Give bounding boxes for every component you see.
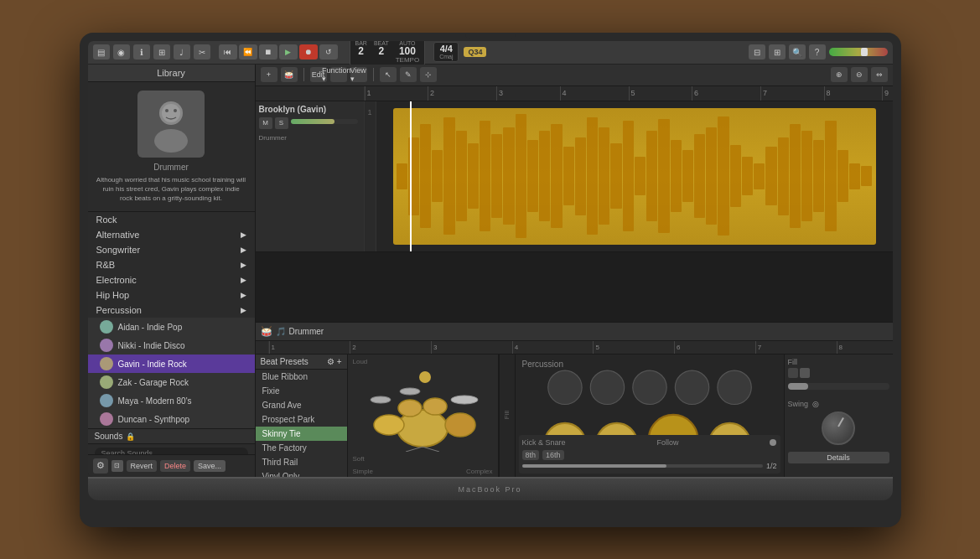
bar-value: 2 — [358, 46, 364, 56]
preset-third-rail[interactable]: Third Rail — [256, 455, 347, 469]
genre-rock[interactable]: Rock — [88, 212, 255, 227]
simple-complex-labels: Simple Complex — [348, 466, 498, 477]
drummer-duncan[interactable]: Duncan - Synthpop — [88, 410, 255, 428]
mute-btn[interactable]: M — [259, 117, 272, 129]
swing-knob[interactable] — [822, 411, 855, 445]
track-type-btn[interactable]: 🥁 — [281, 67, 298, 82]
fill-btn-1[interactable] — [788, 368, 798, 378]
grid-btn[interactable]: ⊞ — [153, 44, 170, 60]
compare-btn[interactable]: ⊡ — [111, 460, 123, 472]
signature-display[interactable]: 4/4 Cmaj — [433, 42, 459, 62]
smart-help-btn[interactable]: ? — [809, 44, 826, 60]
metronome-btn[interactable]: ♩ — [174, 44, 190, 60]
preset-skinny-tie[interactable]: Skinny Tie — [256, 427, 347, 441]
waveform-bar — [575, 137, 586, 215]
track-type-label: Drummer — [259, 134, 360, 142]
genre-songwriter[interactable]: Songwriter ▶ — [88, 242, 255, 257]
search-btn[interactable]: 🔍 — [789, 44, 806, 60]
save-btn[interactable]: Save... — [194, 460, 226, 472]
waveform-region[interactable] — [393, 108, 876, 245]
genre-percussion[interactable]: Percussion ▶ — [88, 303, 255, 318]
stop-btn[interactable]: ⏹ — [259, 44, 277, 60]
drummer-duncan-label: Duncan - Synthpop — [118, 415, 190, 424]
volume-fill — [291, 119, 334, 124]
view-btn[interactable]: View ▾ — [350, 67, 367, 82]
library-btn[interactable]: ▤ — [93, 44, 110, 60]
svg-point-1 — [154, 129, 188, 153]
genre-rnb[interactable]: R&B ▶ — [88, 257, 255, 272]
scissors-btn[interactable]: ✂ — [194, 44, 210, 60]
record-btn[interactable]: ⏺ — [299, 44, 318, 60]
play-btn[interactable]: ▶ — [279, 44, 298, 60]
track-name: Brooklyn (Gavin) — [259, 105, 360, 114]
complete-label: Fill — [503, 411, 511, 419]
preset-grand-ave[interactable]: Grand Ave — [256, 398, 347, 412]
arrow-icon: ▶ — [241, 246, 246, 254]
swing-label: Swing — [788, 400, 809, 408]
preset-the-factory[interactable]: The Factory — [256, 441, 347, 455]
drummer-zak[interactable]: Zak - Garage Rock — [88, 373, 255, 391]
gear-btn[interactable]: ⚙ — [93, 458, 108, 474]
drummer-nikki[interactable]: Nikki - Indie Disco — [88, 336, 255, 355]
drummer-aidan[interactable]: Aidan - Indie Pop — [88, 318, 255, 336]
volume-thumb — [861, 48, 868, 56]
solo-btn[interactable]: S — [275, 117, 288, 129]
beat-presets-header: Beat Presets ⚙ + — [256, 355, 347, 370]
drummer-nikki-label: Nikki - Indie Disco — [118, 341, 185, 350]
sounds-label: Sounds — [95, 432, 123, 441]
beat-presets-add-btn[interactable]: + — [337, 357, 342, 366]
add-track-btn[interactable]: + — [261, 67, 277, 82]
drummer-bio-text: Although worried that his music school t… — [96, 175, 246, 204]
genre-hiphop[interactable]: Hip Hop ▶ — [88, 287, 255, 303]
svg-line-13 — [406, 447, 423, 452]
genre-electronic[interactable]: Electronic ▶ — [88, 272, 255, 287]
zoom-out-btn[interactable]: ⊖ — [851, 67, 868, 82]
master-volume-slider[interactable] — [829, 48, 888, 56]
playhead — [410, 101, 412, 251]
rewind-btn[interactable]: ⏮ — [219, 44, 237, 60]
zoom-in-btn[interactable]: ⊕ — [831, 67, 848, 82]
pencil-tool-btn[interactable]: ✎ — [400, 67, 417, 82]
laptop-frame: ▤ ◉ ℹ ⊞ ♩ ✂ ⏮ ⏪ ⏹ ▶ ⏺ ↺ BAR 2 BEAT — [80, 33, 901, 527]
waveform-bar — [754, 163, 765, 189]
drummer-editor-ruler: 1 2 3 4 5 6 7 8 — [256, 341, 893, 355]
track-volume-slider[interactable] — [291, 119, 358, 124]
svg-point-6 — [374, 415, 404, 435]
piano-roll-btn[interactable]: ⊞ — [769, 44, 786, 60]
mixer-btn[interactable]: ⊟ — [749, 44, 765, 60]
delete-btn[interactable]: Delete — [160, 460, 190, 472]
details-btn[interactable]: Details — [788, 452, 889, 463]
svg-point-3 — [165, 109, 169, 112]
functions-btn[interactable]: Functions ▾ — [330, 67, 347, 82]
drummer-maya[interactable]: Maya - Modern 80's — [88, 391, 255, 410]
preset-prospect-park[interactable]: Prospect Park — [256, 412, 347, 427]
fit-btn[interactable]: ⇔ — [871, 67, 888, 82]
preset-fixie[interactable]: Fixie — [256, 384, 347, 398]
beat-presets-settings-btn[interactable]: ⚙ — [327, 357, 334, 366]
sounds-search-input[interactable] — [95, 448, 248, 453]
drummer-gavin[interactable]: Gavin - Indie Rock — [88, 355, 255, 373]
svg-point-12 — [400, 388, 420, 395]
revert-btn[interactable]: Revert — [127, 460, 158, 472]
marquee-tool-btn[interactable]: ⊹ — [420, 67, 437, 82]
sixteenth-note-btn[interactable]: 16th — [542, 450, 564, 460]
eighth-note-btn[interactable]: 8th — [522, 450, 540, 460]
half-slider[interactable] — [522, 464, 763, 468]
settings-btn[interactable]: ◉ — [113, 44, 130, 60]
beat-presets-panel: Beat Presets ⚙ + Blue Ribbon Fixie Grand… — [256, 355, 348, 477]
genre-alternative[interactable]: Alternative ▶ — [88, 227, 255, 242]
preset-blue-ribbon[interactable]: Blue Ribbon — [256, 370, 347, 384]
kit-dot-1[interactable] — [419, 371, 431, 383]
track-content[interactable] — [376, 101, 893, 251]
fill-amount-bar[interactable] — [788, 383, 889, 390]
back-btn[interactable]: ⏪ — [239, 44, 257, 60]
preset-vinyl-only[interactable]: Vinyl Only — [256, 469, 347, 477]
pointer-tool-btn[interactable]: ↖ — [380, 67, 397, 82]
fill-btn-2[interactable] — [800, 368, 810, 378]
cycle-btn[interactable]: ↺ — [319, 44, 338, 60]
info-btn[interactable]: ℹ — [133, 44, 150, 60]
fill-panel: Fill Swing ◎ — [784, 355, 893, 477]
drummer-avatar — [137, 91, 205, 158]
quantize-btn[interactable]: Q34 — [464, 47, 486, 57]
waveform-bar — [790, 124, 801, 228]
